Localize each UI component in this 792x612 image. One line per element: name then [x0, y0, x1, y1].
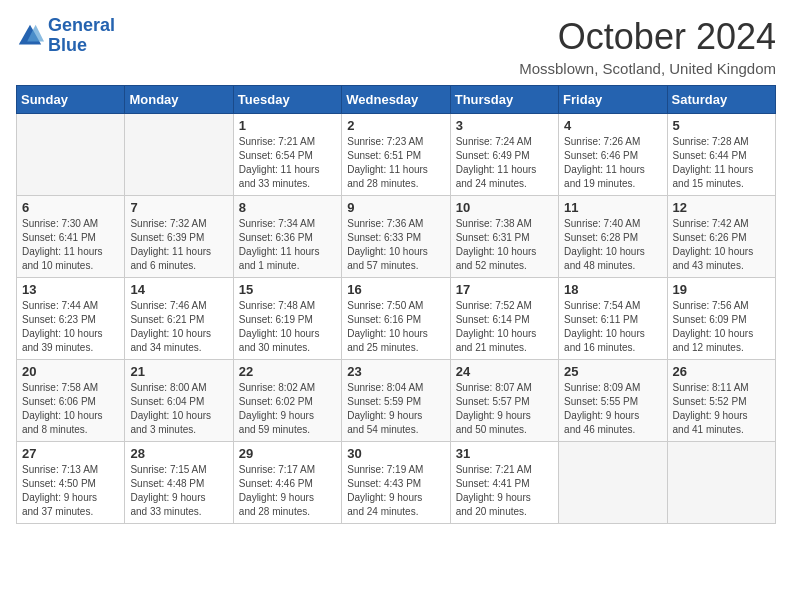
day-cell: 23Sunrise: 8:04 AM Sunset: 5:59 PM Dayli… [342, 360, 450, 442]
day-cell: 9Sunrise: 7:36 AM Sunset: 6:33 PM Daylig… [342, 196, 450, 278]
day-number: 9 [347, 200, 444, 215]
day-cell [559, 442, 667, 524]
day-number: 26 [673, 364, 770, 379]
day-detail: Sunrise: 7:21 AM Sunset: 4:41 PM Dayligh… [456, 463, 553, 519]
day-number: 19 [673, 282, 770, 297]
day-number: 10 [456, 200, 553, 215]
day-detail: Sunrise: 7:28 AM Sunset: 6:44 PM Dayligh… [673, 135, 770, 191]
location-title: Mossblown, Scotland, United Kingdom [519, 60, 776, 77]
day-number: 30 [347, 446, 444, 461]
day-number: 27 [22, 446, 119, 461]
day-number: 21 [130, 364, 227, 379]
day-number: 28 [130, 446, 227, 461]
day-detail: Sunrise: 7:56 AM Sunset: 6:09 PM Dayligh… [673, 299, 770, 355]
day-detail: Sunrise: 8:11 AM Sunset: 5:52 PM Dayligh… [673, 381, 770, 437]
weekday-header-tuesday: Tuesday [233, 86, 341, 114]
day-detail: Sunrise: 7:54 AM Sunset: 6:11 PM Dayligh… [564, 299, 661, 355]
day-cell [667, 442, 775, 524]
day-number: 5 [673, 118, 770, 133]
day-cell: 15Sunrise: 7:48 AM Sunset: 6:19 PM Dayli… [233, 278, 341, 360]
week-row-1: 1Sunrise: 7:21 AM Sunset: 6:54 PM Daylig… [17, 114, 776, 196]
day-detail: Sunrise: 7:32 AM Sunset: 6:39 PM Dayligh… [130, 217, 227, 273]
day-cell: 20Sunrise: 7:58 AM Sunset: 6:06 PM Dayli… [17, 360, 125, 442]
day-number: 31 [456, 446, 553, 461]
day-cell: 18Sunrise: 7:54 AM Sunset: 6:11 PM Dayli… [559, 278, 667, 360]
day-cell: 2Sunrise: 7:23 AM Sunset: 6:51 PM Daylig… [342, 114, 450, 196]
day-number: 1 [239, 118, 336, 133]
day-cell: 25Sunrise: 8:09 AM Sunset: 5:55 PM Dayli… [559, 360, 667, 442]
day-cell: 16Sunrise: 7:50 AM Sunset: 6:16 PM Dayli… [342, 278, 450, 360]
day-number: 22 [239, 364, 336, 379]
day-detail: Sunrise: 7:52 AM Sunset: 6:14 PM Dayligh… [456, 299, 553, 355]
day-detail: Sunrise: 7:13 AM Sunset: 4:50 PM Dayligh… [22, 463, 119, 519]
day-detail: Sunrise: 8:04 AM Sunset: 5:59 PM Dayligh… [347, 381, 444, 437]
day-number: 6 [22, 200, 119, 215]
week-row-4: 20Sunrise: 7:58 AM Sunset: 6:06 PM Dayli… [17, 360, 776, 442]
day-number: 3 [456, 118, 553, 133]
day-cell: 11Sunrise: 7:40 AM Sunset: 6:28 PM Dayli… [559, 196, 667, 278]
day-detail: Sunrise: 7:40 AM Sunset: 6:28 PM Dayligh… [564, 217, 661, 273]
calendar-header-row: SundayMondayTuesdayWednesdayThursdayFrid… [17, 86, 776, 114]
day-cell: 21Sunrise: 8:00 AM Sunset: 6:04 PM Dayli… [125, 360, 233, 442]
day-detail: Sunrise: 7:50 AM Sunset: 6:16 PM Dayligh… [347, 299, 444, 355]
day-cell: 26Sunrise: 8:11 AM Sunset: 5:52 PM Dayli… [667, 360, 775, 442]
weekday-header-thursday: Thursday [450, 86, 558, 114]
day-cell: 1Sunrise: 7:21 AM Sunset: 6:54 PM Daylig… [233, 114, 341, 196]
day-detail: Sunrise: 7:19 AM Sunset: 4:43 PM Dayligh… [347, 463, 444, 519]
logo-text: General Blue [48, 16, 115, 56]
day-detail: Sunrise: 7:42 AM Sunset: 6:26 PM Dayligh… [673, 217, 770, 273]
weekday-header-monday: Monday [125, 86, 233, 114]
weekday-header-wednesday: Wednesday [342, 86, 450, 114]
day-number: 25 [564, 364, 661, 379]
day-cell: 6Sunrise: 7:30 AM Sunset: 6:41 PM Daylig… [17, 196, 125, 278]
day-number: 7 [130, 200, 227, 215]
logo-line2: Blue [48, 35, 87, 55]
day-detail: Sunrise: 7:48 AM Sunset: 6:19 PM Dayligh… [239, 299, 336, 355]
day-number: 15 [239, 282, 336, 297]
day-detail: Sunrise: 7:26 AM Sunset: 6:46 PM Dayligh… [564, 135, 661, 191]
title-section: October 2024 Mossblown, Scotland, United… [519, 16, 776, 77]
day-number: 2 [347, 118, 444, 133]
day-number: 11 [564, 200, 661, 215]
day-number: 18 [564, 282, 661, 297]
day-number: 29 [239, 446, 336, 461]
day-detail: Sunrise: 7:44 AM Sunset: 6:23 PM Dayligh… [22, 299, 119, 355]
logo-icon [16, 22, 44, 50]
day-cell: 29Sunrise: 7:17 AM Sunset: 4:46 PM Dayli… [233, 442, 341, 524]
day-detail: Sunrise: 7:36 AM Sunset: 6:33 PM Dayligh… [347, 217, 444, 273]
day-cell: 17Sunrise: 7:52 AM Sunset: 6:14 PM Dayli… [450, 278, 558, 360]
day-number: 16 [347, 282, 444, 297]
day-cell: 30Sunrise: 7:19 AM Sunset: 4:43 PM Dayli… [342, 442, 450, 524]
day-cell: 10Sunrise: 7:38 AM Sunset: 6:31 PM Dayli… [450, 196, 558, 278]
week-row-5: 27Sunrise: 7:13 AM Sunset: 4:50 PM Dayli… [17, 442, 776, 524]
day-detail: Sunrise: 7:24 AM Sunset: 6:49 PM Dayligh… [456, 135, 553, 191]
day-cell [17, 114, 125, 196]
day-cell: 14Sunrise: 7:46 AM Sunset: 6:21 PM Dayli… [125, 278, 233, 360]
day-cell: 22Sunrise: 8:02 AM Sunset: 6:02 PM Dayli… [233, 360, 341, 442]
day-number: 17 [456, 282, 553, 297]
day-detail: Sunrise: 8:02 AM Sunset: 6:02 PM Dayligh… [239, 381, 336, 437]
day-cell: 19Sunrise: 7:56 AM Sunset: 6:09 PM Dayli… [667, 278, 775, 360]
day-detail: Sunrise: 7:58 AM Sunset: 6:06 PM Dayligh… [22, 381, 119, 437]
day-detail: Sunrise: 7:23 AM Sunset: 6:51 PM Dayligh… [347, 135, 444, 191]
logo: General Blue [16, 16, 115, 56]
day-cell [125, 114, 233, 196]
weekday-header-friday: Friday [559, 86, 667, 114]
day-cell: 8Sunrise: 7:34 AM Sunset: 6:36 PM Daylig… [233, 196, 341, 278]
day-number: 12 [673, 200, 770, 215]
day-detail: Sunrise: 8:09 AM Sunset: 5:55 PM Dayligh… [564, 381, 661, 437]
day-cell: 31Sunrise: 7:21 AM Sunset: 4:41 PM Dayli… [450, 442, 558, 524]
day-number: 14 [130, 282, 227, 297]
day-cell: 28Sunrise: 7:15 AM Sunset: 4:48 PM Dayli… [125, 442, 233, 524]
day-detail: Sunrise: 8:07 AM Sunset: 5:57 PM Dayligh… [456, 381, 553, 437]
day-detail: Sunrise: 7:21 AM Sunset: 6:54 PM Dayligh… [239, 135, 336, 191]
day-detail: Sunrise: 7:17 AM Sunset: 4:46 PM Dayligh… [239, 463, 336, 519]
weekday-header-saturday: Saturday [667, 86, 775, 114]
day-number: 23 [347, 364, 444, 379]
day-detail: Sunrise: 7:46 AM Sunset: 6:21 PM Dayligh… [130, 299, 227, 355]
day-number: 4 [564, 118, 661, 133]
day-cell: 4Sunrise: 7:26 AM Sunset: 6:46 PM Daylig… [559, 114, 667, 196]
day-cell: 27Sunrise: 7:13 AM Sunset: 4:50 PM Dayli… [17, 442, 125, 524]
page-header: General Blue October 2024 Mossblown, Sco… [16, 16, 776, 77]
day-cell: 12Sunrise: 7:42 AM Sunset: 6:26 PM Dayli… [667, 196, 775, 278]
